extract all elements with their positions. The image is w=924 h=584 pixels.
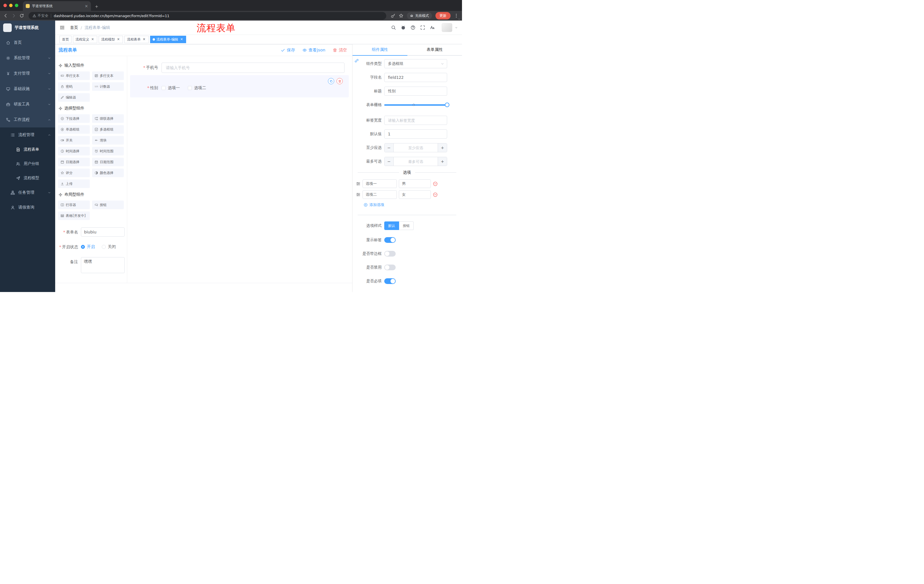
add-option-button[interactable]: 添加选项 bbox=[364, 202, 458, 207]
option-label-input[interactable] bbox=[363, 179, 397, 188]
hamburger-icon[interactable] bbox=[59, 25, 65, 30]
question-icon[interactable] bbox=[411, 25, 416, 30]
sidebar-item-task-mgmt[interactable]: 任务管理 bbox=[0, 185, 55, 200]
sidebar-item-home[interactable]: 首页 bbox=[0, 35, 55, 50]
window-close-button[interactable] bbox=[3, 4, 7, 7]
component-chip-upload[interactable]: 上传 bbox=[58, 179, 90, 188]
view-json-button[interactable]: 查看json bbox=[302, 48, 325, 53]
component-chip-cascader[interactable]: 级联选择 bbox=[92, 114, 124, 123]
tag-process-form[interactable]: 流程表单× bbox=[124, 36, 148, 43]
breadcrumb-home[interactable]: 首页 bbox=[70, 25, 78, 30]
update-button[interactable]: 更新 bbox=[436, 12, 450, 20]
search-icon[interactable] bbox=[391, 25, 396, 30]
max-select-input[interactable] bbox=[394, 157, 438, 166]
slider-handle[interactable] bbox=[445, 102, 449, 107]
form-name-input[interactable] bbox=[81, 227, 125, 237]
tag-process-form-edit[interactable]: 流程表单-编辑× bbox=[150, 36, 186, 43]
remove-option-button[interactable] bbox=[433, 192, 438, 197]
option-label-input[interactable] bbox=[363, 190, 397, 199]
component-chip-date-picker[interactable]: 日期选择 bbox=[58, 158, 90, 166]
reload-button[interactable] bbox=[20, 13, 24, 18]
sidebar-item-process-model[interactable]: 流程模型 bbox=[0, 171, 55, 185]
tag-close-icon[interactable]: × bbox=[142, 38, 146, 41]
component-chip-slider[interactable]: 滑块 bbox=[92, 136, 124, 145]
title-input[interactable] bbox=[384, 87, 447, 96]
form-canvas[interactable]: *手机号 *性别 选项一选项二 bbox=[127, 56, 352, 283]
sidebar-item-process-mgmt[interactable]: 流程管理 bbox=[0, 127, 55, 142]
disabled-switch[interactable] bbox=[384, 265, 396, 270]
remove-option-button[interactable] bbox=[433, 181, 438, 186]
password-manager-icon[interactable] bbox=[391, 13, 395, 18]
canvas-field-gender[interactable]: *性别 选项一选项二 bbox=[130, 75, 349, 97]
security-badge[interactable]: 不安全 bbox=[33, 13, 48, 18]
tag-process-definition[interactable]: 流程定义× bbox=[73, 36, 97, 43]
tab-form-props[interactable]: 表单属性 bbox=[408, 44, 462, 55]
component-chip-table[interactable]: 表格[开发中] bbox=[58, 211, 90, 220]
decrease-button[interactable]: − bbox=[384, 157, 394, 166]
increase-button[interactable]: + bbox=[438, 157, 447, 166]
component-chip-date-range[interactable]: 日期范围 bbox=[92, 158, 124, 166]
sidebar-item-leave-query[interactable]: 请假查询 bbox=[0, 200, 55, 215]
sidebar-logo[interactable]: 芋道管理系统 bbox=[0, 21, 55, 35]
component-chip-radio-group[interactable]: 单选框组 bbox=[58, 125, 90, 134]
tag-close-icon[interactable]: × bbox=[116, 38, 120, 41]
sidebar-item-workflow[interactable]: 工作流程 bbox=[0, 112, 55, 127]
bookmark-icon[interactable] bbox=[399, 13, 403, 18]
tab-close-icon[interactable]: × bbox=[85, 4, 88, 8]
tag-close-icon[interactable]: × bbox=[180, 38, 183, 41]
component-chip-editor[interactable]: 编辑器 bbox=[58, 93, 90, 102]
window-zoom-button[interactable] bbox=[15, 4, 18, 7]
full-icon[interactable] bbox=[420, 25, 425, 30]
window-minimize-button[interactable] bbox=[9, 4, 13, 7]
border-switch[interactable] bbox=[384, 251, 396, 257]
gender-checkbox[interactable]: 选项一 bbox=[162, 86, 180, 90]
field-name-input[interactable] bbox=[384, 73, 447, 82]
show-label-switch[interactable] bbox=[384, 237, 396, 243]
form-grid-slider[interactable] bbox=[384, 100, 447, 109]
option-style-default-button[interactable]: 默认 bbox=[384, 221, 399, 230]
tag-close-icon[interactable]: × bbox=[91, 38, 95, 41]
option-style-button-button[interactable]: 按钮 bbox=[399, 221, 414, 230]
browser-menu-icon[interactable] bbox=[454, 13, 459, 18]
component-type-select[interactable]: 多选框组 bbox=[384, 59, 447, 68]
component-chip-row-container[interactable]: 行容器 bbox=[58, 201, 90, 209]
back-button[interactable] bbox=[3, 13, 8, 18]
clear-button[interactable]: 清空 bbox=[333, 48, 347, 53]
link-icon[interactable] bbox=[355, 59, 359, 63]
component-chip-checkbox-group[interactable]: 多选框组 bbox=[92, 125, 124, 134]
remark-textarea[interactable]: 嘿嘿 bbox=[81, 257, 125, 273]
component-chip-switch[interactable]: 开关 bbox=[58, 136, 90, 145]
component-chip-time-range[interactable]: 时间范围 bbox=[92, 147, 124, 155]
status-radio-off[interactable]: 关闭 bbox=[102, 244, 116, 249]
browser-tab[interactable]: 芋道管理系统 × bbox=[23, 1, 91, 11]
label-width-input[interactable] bbox=[384, 116, 447, 125]
phone-input[interactable] bbox=[162, 63, 345, 73]
increase-button[interactable]: + bbox=[438, 143, 447, 152]
min-select-input[interactable] bbox=[394, 143, 438, 152]
component-chip-counter[interactable]: 123计数器 bbox=[92, 82, 124, 91]
address-bar[interactable]: 不安全 dashboard.yudao.iocoder.cn/bpm/manag… bbox=[29, 12, 386, 20]
status-radio-on[interactable]: 开启 bbox=[81, 244, 95, 249]
tag-process-model[interactable]: 流程模型× bbox=[99, 36, 123, 43]
github-icon[interactable] bbox=[401, 25, 406, 30]
sort-icon[interactable] bbox=[356, 181, 361, 186]
sidebar-item-infrastructure[interactable]: 基础设施 bbox=[0, 81, 55, 97]
component-chip-select[interactable]: 下拉选择 bbox=[58, 114, 90, 123]
component-chip-button[interactable]: 按钮 bbox=[92, 201, 124, 209]
tag-home[interactable]: 首页 bbox=[59, 36, 71, 43]
sidebar-item-user-group[interactable]: 用户分组 bbox=[0, 156, 55, 171]
component-chip-input-single[interactable]: 单行文本 bbox=[58, 71, 90, 80]
copy-component-button[interactable] bbox=[328, 78, 334, 84]
component-chip-color-picker[interactable]: 颜色选择 bbox=[92, 169, 124, 177]
component-chip-input-multi[interactable]: 多行文本 bbox=[92, 71, 124, 80]
component-chip-password[interactable]: 密码 bbox=[58, 82, 90, 91]
delete-component-button[interactable] bbox=[337, 78, 343, 84]
sidebar-item-payment[interactable]: 支付管理 bbox=[0, 66, 55, 81]
cdown-icon[interactable] bbox=[455, 26, 458, 29]
fontsize-icon[interactable] bbox=[430, 25, 435, 30]
avatar[interactable] bbox=[442, 23, 452, 32]
sidebar-item-system[interactable]: 系统管理 bbox=[0, 50, 55, 66]
new-tab-button[interactable] bbox=[95, 5, 98, 8]
option-value-input[interactable] bbox=[399, 179, 431, 188]
required-switch[interactable] bbox=[384, 278, 396, 284]
